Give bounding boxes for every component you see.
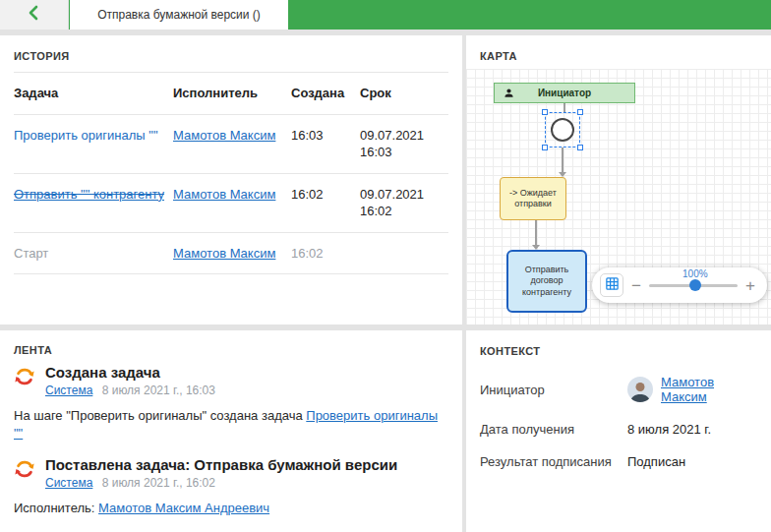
feed-item-body: Исполнитель: Мамотов Максим Андреевич: [14, 500, 448, 517]
selection-handle[interactable]: [542, 145, 548, 150]
connector-line: [562, 148, 563, 172]
map-title: КАРТА: [466, 35, 771, 70]
feed-item-title: Создана задача: [45, 364, 215, 381]
feed-item-meta: Система 8 июля 2021 г., 16:03: [45, 384, 215, 397]
feed-item-meta: Система 8 июля 2021 г., 16:02: [45, 476, 397, 490]
deadline-cell: 09.07.2021 16:03: [360, 127, 448, 161]
context-fields: Инициатор Мамотов Максим Дата получения …: [480, 375, 757, 469]
initiator-link[interactable]: Мамотов Максим: [661, 375, 757, 404]
timestamp: 8 июля 2021 г., 16:03: [102, 384, 215, 397]
back-button[interactable]: [0, 0, 69, 30]
executor-link[interactable]: Мамотов Максим: [173, 128, 275, 143]
chevron-left-icon: [26, 4, 43, 26]
process-diagram-canvas[interactable]: Инициатор -> Ожидает отправки Отправить …: [466, 69, 771, 325]
zoom-out-button[interactable]: −: [631, 277, 641, 294]
tab-title: Отправка бумажной версии (): [97, 8, 261, 22]
task-link[interactable]: Отправить "" контрагенту: [14, 187, 164, 202]
feed-item-title: Поставлена задача: Отправка бумажной вер…: [45, 456, 397, 473]
deadline-cell: 09.07.2021 16:02: [360, 186, 448, 220]
task-link[interactable]: Проверить оригиналы "": [14, 128, 158, 143]
connector-line: [563, 103, 565, 112]
feed-title: ЛЕНТА: [14, 344, 448, 356]
column-header-deadline: Срок: [360, 85, 448, 102]
person-icon: [504, 88, 514, 100]
feed-panel: ЛЕНТА Создана задача Система 8 июля 2021…: [0, 330, 462, 532]
map-panel: КАРТА Инициатор -> Ожидает отправки Отпр…: [466, 35, 771, 325]
zoom-in-button[interactable]: +: [745, 277, 755, 294]
process-icon: [14, 366, 35, 391]
column-header-executor: Исполнитель: [173, 85, 291, 102]
lane-label: Инициатор: [538, 88, 591, 98]
zoom-level: 100%: [682, 268, 708, 279]
author-link[interactable]: Система: [45, 476, 92, 490]
table-row: Отправить "" контрагенту Мамотов Максим …: [14, 174, 448, 233]
history-title: ИСТОРИЯ: [14, 35, 448, 73]
feed-item: Создана задача Система 8 июля 2021 г., 1…: [14, 364, 448, 397]
selection-handle[interactable]: [577, 109, 583, 115]
process-icon: [14, 458, 35, 484]
lane-initiator: Инициатор: [494, 83, 635, 103]
selection-handle[interactable]: [542, 109, 548, 115]
field-label-signing-result: Результат подписания: [480, 454, 627, 469]
field-value-initiator: Мамотов Максим: [627, 375, 757, 404]
field-label-received-date: Дата получения: [480, 422, 627, 437]
task-label: Старт: [14, 246, 48, 261]
context-title: КОНТЕКСТ: [480, 345, 757, 357]
task-node-label: Отправить договор контрагенту: [511, 265, 582, 298]
created-cell: 16:02: [291, 186, 360, 204]
avatar: [627, 377, 653, 402]
field-value-received-date: 8 июля 2021 г.: [627, 422, 757, 437]
start-event-circle: [551, 118, 574, 142]
history-table-header: Задача Исполнитель Создана Срок: [14, 73, 448, 115]
waiting-node-label: -> Ожидает отправки: [504, 188, 563, 210]
zoom-slider[interactable]: 100%: [649, 267, 738, 303]
feed-body-link[interactable]: Мамотов Максим Андреевич: [98, 501, 269, 515]
history-panel: ИСТОРИЯ Задача Исполнитель Создана Срок …: [0, 35, 462, 325]
table-row: Проверить оригиналы "" Мамотов Максим 16…: [14, 115, 448, 174]
grid-toggle-button[interactable]: [600, 273, 623, 297]
timestamp: 8 июля 2021 г., 16:02: [102, 476, 215, 490]
topbar: Отправка бумажной версии (): [0, 0, 771, 30]
feed-body-text: На шаге "Проверить оригиналы" создана за…: [14, 408, 306, 423]
field-label-initiator: Инициатор: [480, 383, 627, 397]
task-node[interactable]: Отправить договор контрагенту: [506, 250, 587, 313]
feed-body-text: Исполнитель:: [14, 501, 98, 515]
context-panel: КОНТЕКСТ Инициатор Мамотов Максим Дата п…: [466, 330, 771, 532]
process-tab[interactable]: Отправка бумажной версии (): [70, 0, 288, 30]
created-cell: 16:03: [291, 127, 360, 145]
connector-line: [535, 220, 537, 245]
author-link[interactable]: Система: [45, 384, 92, 397]
column-header-task: Задача: [14, 85, 173, 102]
selection-handle[interactable]: [577, 145, 583, 150]
slider-handle[interactable]: [689, 279, 701, 291]
start-event-node[interactable]: [545, 112, 580, 148]
feed-item-body: На шаге "Проверить оригиналы" создана за…: [14, 407, 448, 443]
feed-item: Поставлена задача: Отправка бумажной вер…: [14, 456, 448, 490]
table-row: Старт Мамотов Максим 16:02: [14, 233, 448, 275]
grid-icon: [605, 276, 620, 295]
field-value-signing-result: Подписан: [627, 454, 757, 469]
zoom-control: − 100% +: [592, 267, 767, 303]
created-cell: 16:02: [291, 245, 360, 263]
executor-link[interactable]: Мамотов Максим: [173, 246, 275, 261]
executor-link[interactable]: Мамотов Максим: [173, 187, 275, 202]
waiting-node[interactable]: -> Ожидает отправки: [500, 177, 566, 220]
column-header-created: Создана: [291, 85, 360, 102]
